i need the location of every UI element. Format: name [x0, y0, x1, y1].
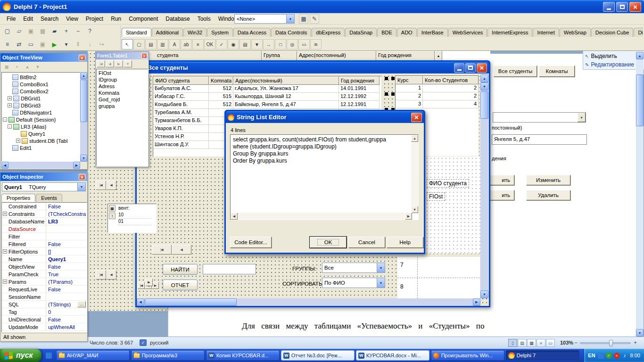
property-value[interactable]: False [48, 241, 61, 247]
selection-handle[interactable] [385, 77, 388, 80]
memo-icon[interactable]: ≡ [192, 39, 204, 49]
palette-tab[interactable]: InternetExpress [487, 28, 532, 37]
nav-next-button[interactable] [145, 279, 153, 286]
save-desktop-icon[interactable]: ✎ [310, 14, 319, 24]
add-file-icon[interactable]: + [61, 26, 72, 36]
dropdown-arrow-icon[interactable] [77, 183, 85, 191]
scroll-down-icon[interactable] [80, 155, 87, 162]
instance-selector[interactable]: Query1 TQuery [2, 182, 86, 191]
palette-tab[interactable]: Standard [122, 28, 151, 37]
web-layout-icon[interactable]: ▦ [527, 339, 536, 347]
taskbar-button[interactable]: Программа№3 [131, 350, 205, 361]
nav-first-button[interactable] [96, 270, 106, 280]
taskbar-button[interactable]: КУРСОВАЯ.docx - Mi... [356, 350, 429, 361]
memo-vertical-scrollbar[interactable] [411, 135, 418, 213]
palette-tab[interactable]: WebSnap [560, 28, 591, 37]
property-row[interactable]: UpdateMode upWhereAll [2, 323, 87, 331]
menu-item[interactable]: Tools [194, 13, 215, 25]
tree-item[interactable]: + student.DB {Tabl [2, 137, 80, 144]
property-row[interactable]: +Params (TParams) [2, 278, 87, 286]
column-header[interactable]: Группа [262, 51, 297, 61]
tree-item[interactable]: - LR3 {Alias} [2, 123, 80, 130]
dropdown-arrow-icon[interactable] [377, 278, 385, 288]
property-value[interactable]: (TStrings) [48, 302, 71, 307]
scrollbar-thumb[interactable] [636, 74, 644, 126]
nav-last-icon[interactable] [124, 60, 132, 67]
menu-item[interactable]: Project [82, 13, 107, 25]
tree-item[interactable]: Query1 [2, 130, 80, 137]
nav-next-icon[interactable] [115, 60, 123, 67]
table-row[interactable]: 1 2 [396, 84, 479, 92]
scroll-down-icon[interactable] [636, 329, 644, 337]
run-dropdown-icon[interactable]: ▾ [61, 39, 72, 49]
column-header[interactable]: Год рождения [376, 51, 435, 61]
report-button[interactable]: ОТЧЕТ [163, 280, 198, 290]
expand-box-icon[interactable]: + [3, 212, 7, 216]
close-icon[interactable] [141, 53, 147, 58]
volume-icon[interactable] [622, 353, 628, 359]
tree-item[interactable]: DBNavigator1 [2, 109, 80, 116]
column-header[interactable]: Курс [396, 76, 423, 84]
selection-handle[interactable] [391, 77, 395, 80]
property-row[interactable]: Tag 0 [2, 308, 87, 316]
pause-icon[interactable]: ‖ [73, 39, 83, 49]
menu-item[interactable]: File [3, 13, 19, 25]
table-row[interactable]: 3 4 [396, 100, 479, 108]
trace-into-icon[interactable]: ↓ [84, 39, 95, 49]
scroll-up-icon[interactable] [411, 135, 418, 142]
zoom-in-button[interactable]: + [634, 339, 637, 346]
scroll-right-icon[interactable] [405, 213, 412, 220]
combobox-icon[interactable]: ▼ [251, 39, 263, 49]
property-row[interactable]: +Constraints (TCheckConstra [2, 210, 87, 218]
new-icon[interactable]: ▢ [2, 26, 13, 36]
horizontal-scrollbar[interactable] [137, 298, 480, 306]
palette-tab[interactable]: Decision Cube [591, 28, 634, 37]
property-value[interactable]: LR3 [48, 219, 58, 224]
edit-icon[interactable]: ab [181, 39, 192, 49]
groupbox-icon[interactable]: □ [275, 39, 286, 49]
object-treeview-titlebar[interactable]: Object TreeView [0, 53, 87, 62]
maximize-button[interactable] [616, 2, 628, 12]
palette-tab[interactable]: InterBase [417, 28, 448, 37]
checkbox-icon[interactable]: ✓ [216, 39, 227, 49]
property-row[interactable]: UniDirectional False [2, 316, 87, 323]
start-button[interactable]: пуск [0, 349, 41, 362]
button-icon[interactable]: OK [204, 39, 215, 49]
word-select-label[interactable]: Выделить [591, 53, 617, 59]
property-row[interactable]: DataSource [2, 225, 87, 233]
expand-box-icon[interactable]: + [3, 249, 7, 254]
zoom-slider-thumb[interactable] [609, 340, 613, 346]
property-row[interactable]: SessionName [2, 293, 87, 301]
none-combo[interactable]: <None> [234, 14, 295, 24]
view-unit-icon[interactable]: ≡ [2, 39, 13, 49]
property-row[interactable]: Constrained False [2, 203, 87, 210]
property-value[interactable]: False [48, 287, 61, 292]
design-mini-grid[interactable]: ▦ ↕ вент: 1001 [107, 204, 157, 233]
minimize-button[interactable] [454, 63, 464, 73]
tree-horizontal-scrollbar[interactable] [1, 162, 80, 169]
word-editing-label[interactable]: Редактирование [591, 61, 634, 68]
field-item[interactable]: gruppa [97, 103, 148, 110]
panel-icon[interactable]: ▭ [298, 39, 310, 49]
find-button[interactable]: НАЙТИ [163, 264, 198, 275]
actionlist-icon[interactable]: ≋ [310, 39, 322, 49]
property-row[interactable]: DatabaseName LR3 [2, 218, 87, 225]
clock[interactable]: 8:00 [630, 353, 640, 358]
ok-button[interactable]: OK [310, 237, 347, 248]
palette-tab[interactable]: Additional [152, 28, 183, 37]
word-count[interactable]: Число слов: 3 667 [90, 340, 133, 346]
code-editor-button[interactable]: Code Editor... [230, 237, 272, 248]
close-button[interactable] [629, 2, 641, 12]
memo-horizontal-scrollbar[interactable] [231, 213, 412, 220]
close-icon[interactable] [79, 55, 85, 61]
delphi-titlebar[interactable]: Delphi 7 - Project1 [0, 0, 644, 13]
menu-item[interactable]: Database [162, 13, 193, 25]
property-row[interactable]: SQL (TStrings)… [2, 301, 87, 308]
ellipsis-button[interactable]: … [77, 301, 86, 307]
label-icon[interactable]: A [169, 39, 180, 49]
scroll-down-icon[interactable] [411, 206, 418, 213]
maximize-button[interactable] [465, 63, 476, 73]
palette-tab[interactable]: DataSnap [345, 28, 377, 37]
tree-vertical-scrollbar[interactable] [80, 72, 87, 162]
table-row[interactable]: 2 2 [396, 92, 479, 100]
